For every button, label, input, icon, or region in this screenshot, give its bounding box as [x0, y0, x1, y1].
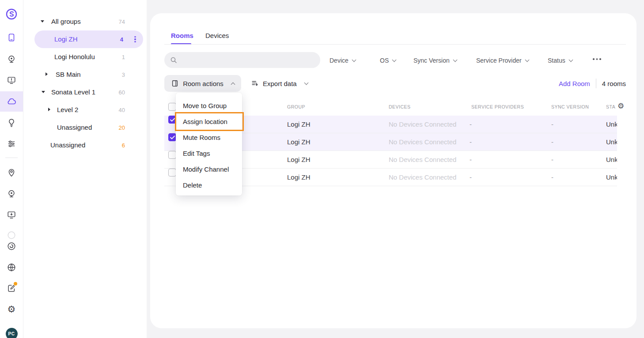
cell-sync-version: - — [551, 138, 553, 146]
cell-sync-version: - — [551, 156, 553, 163]
user-avatar[interactable]: PC — [0, 325, 23, 338]
cell-status: Unk — [606, 173, 617, 181]
room-actions-menu: Move to Group Assign location Mute Rooms… — [176, 93, 242, 195]
menu-item-mute-rooms[interactable]: Mute Rooms — [176, 129, 242, 145]
tabs-divider — [164, 44, 626, 45]
room-actions-button[interactable]: Room actions — [164, 75, 241, 92]
cell-status: Unk — [606, 138, 617, 146]
column-header-service-providers[interactable]: SERVICE PROVIDERS — [471, 104, 524, 109]
column-header-sync-version[interactable]: SYNC VERSION — [551, 104, 589, 109]
chevron-down-icon — [352, 57, 356, 62]
kebab-menu-icon[interactable] — [132, 35, 138, 43]
chevron-down-icon — [304, 80, 308, 85]
row-checkbox[interactable] — [168, 151, 176, 159]
group-label: All groups — [51, 18, 81, 25]
cell-devices: No Devices Connected — [389, 156, 456, 163]
cell-service-providers: - — [470, 156, 472, 163]
display-download-icon[interactable] — [0, 206, 23, 224]
cell-group: Logi ZH — [287, 173, 311, 181]
sidebar-item-unassigned-sonata[interactable]: Unassigned 20 — [23, 119, 147, 136]
vertical-divider — [596, 79, 596, 88]
filter-sync-version[interactable]: Sync Version — [413, 56, 457, 65]
menu-item-assign-location[interactable]: Assign location — [176, 113, 242, 129]
icon-rail: ⚙ PC — [0, 0, 23, 338]
caret-down-icon[interactable] — [41, 20, 44, 23]
column-header-status[interactable]: STA — [606, 104, 615, 109]
caret-down-icon[interactable] — [42, 91, 45, 93]
column-settings-gear-icon[interactable]: ⚙ — [617, 101, 624, 110]
devices-icon[interactable] — [0, 29, 23, 46]
caret-right-icon[interactable] — [45, 72, 48, 76]
menu-item-move-to-group[interactable]: Move to Group — [176, 98, 242, 113]
search-input[interactable] — [181, 56, 313, 64]
cell-devices: No Devices Connected — [389, 173, 456, 181]
rail-divider — [5, 158, 18, 158]
sidebar-item-level-2[interactable]: Level 2 40 — [23, 101, 147, 119]
column-header-devices[interactable]: DEVICES — [389, 104, 411, 109]
row-checkbox[interactable] — [168, 133, 176, 141]
location-pin-icon[interactable] — [0, 164, 23, 181]
sidebar-item-sonata-level-1[interactable]: Sonata Level 1 60 — [23, 83, 147, 101]
search-bar[interactable] — [164, 52, 320, 68]
filter-service-provider[interactable]: Service Provider — [476, 56, 529, 65]
group-label: Logi ZH — [54, 35, 78, 43]
sidebar-item-logi-zh[interactable]: Logi ZH 4 — [23, 30, 147, 48]
sliders-icon[interactable] — [0, 135, 23, 153]
select-all-checkbox[interactable] — [168, 103, 176, 111]
tab-devices[interactable]: Devices — [205, 32, 229, 39]
sidebar-item-logi-honolulu[interactable]: Logi Honolulu 1 — [23, 48, 147, 66]
chevron-down-icon — [392, 57, 397, 62]
display-alert-icon[interactable] — [0, 71, 23, 89]
cell-devices: No Devices Connected — [389, 120, 456, 128]
group-label: Logi Honolulu — [54, 53, 95, 60]
cell-sync-version: - — [551, 120, 553, 128]
export-data-button[interactable]: Export data — [251, 75, 308, 92]
export-data-label: Export data — [263, 80, 297, 87]
group-label: Unassigned — [57, 124, 92, 131]
camera-icon[interactable] — [0, 50, 23, 68]
avatar-initials: PC — [6, 328, 18, 338]
cell-sync-version: - — [551, 173, 553, 181]
more-filters-icon[interactable] — [593, 58, 601, 60]
room-icon — [171, 79, 179, 87]
updates-compose-icon[interactable] — [0, 279, 23, 297]
row-checkbox[interactable] — [168, 116, 176, 124]
group-count: 3 — [111, 71, 125, 78]
menu-item-delete[interactable]: Delete — [176, 177, 242, 193]
row-checkbox[interactable] — [168, 169, 176, 177]
globe-icon[interactable] — [0, 259, 23, 276]
group-count: 60 — [111, 89, 125, 96]
notification-dot — [14, 282, 17, 285]
filter-device[interactable]: Device — [330, 56, 356, 65]
filter-os[interactable]: OS — [380, 56, 396, 65]
toolbar-right: Add Room 4 rooms — [559, 75, 626, 92]
cloud-rooms-icon[interactable] — [0, 91, 23, 112]
group-label: Level 2 — [57, 106, 78, 113]
cell-service-providers: - — [470, 120, 472, 128]
history-icon[interactable] — [0, 237, 23, 255]
sidebar-item-all-groups[interactable]: All groups 74 — [23, 13, 147, 30]
insights-bulb-icon[interactable] — [0, 114, 23, 131]
cell-status: Unk — [606, 156, 617, 163]
chevron-down-icon — [525, 57, 529, 62]
sync-logo-glyph — [5, 8, 18, 21]
menu-item-modify-channel[interactable]: Modify Channel — [176, 161, 242, 177]
settings-gear-icon[interactable]: ⚙ — [0, 300, 23, 318]
sidebar-item-sb-main[interactable]: SB Main 3 — [23, 66, 147, 83]
group-count: 1 — [111, 54, 125, 60]
camera-icon-2[interactable] — [0, 185, 23, 203]
room-count-label: 4 rooms — [602, 80, 626, 87]
cell-group: Logi ZH — [287, 120, 311, 128]
menu-item-edit-tags[interactable]: Edit Tags — [176, 145, 242, 161]
caret-right-icon[interactable] — [48, 108, 50, 111]
column-header-group[interactable]: GROUP — [287, 104, 305, 109]
filter-status[interactable]: Status — [548, 56, 572, 65]
add-room-button[interactable]: Add Room — [559, 80, 590, 87]
cell-service-providers: - — [470, 173, 472, 181]
group-count: 74 — [111, 19, 125, 25]
sync-logo-icon[interactable] — [0, 5, 23, 23]
sidebar-item-unassigned-root[interactable]: Unassigned 6 — [23, 136, 147, 154]
tab-rooms[interactable]: Rooms — [171, 32, 193, 39]
app-window: ⚙ PC All groups 74 Logi ZH 4 Logi Honolu… — [0, 0, 644, 338]
cell-group: Logi ZH — [287, 156, 311, 163]
